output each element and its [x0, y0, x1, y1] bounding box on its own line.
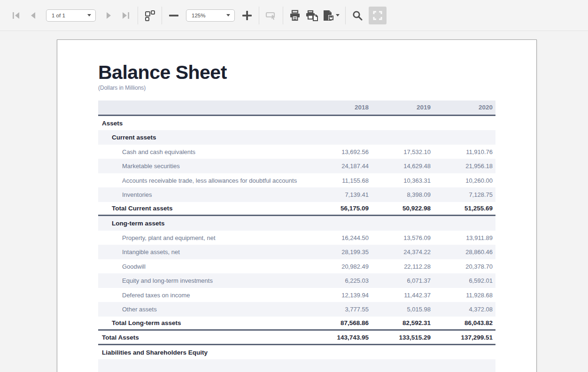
zoom-out-icon: [168, 10, 179, 21]
print-button[interactable]: [286, 7, 303, 24]
table-row: Intangible assets, net28,199.3524,374.22…: [98, 245, 495, 259]
row-label: Assets: [98, 120, 309, 127]
row-label: Total Assets: [98, 334, 309, 341]
row-value: 4,372.08: [433, 306, 495, 313]
table-row: Total Long-term assets87,568.8682,592.31…: [98, 317, 495, 331]
zoom-in-button[interactable]: [239, 7, 255, 24]
row-value: 7,128.75: [433, 191, 495, 198]
print-page-icon: [305, 9, 318, 22]
full-screen-button[interactable]: [369, 7, 387, 24]
last-page-button[interactable]: [117, 7, 134, 24]
row-value: 10,260.00: [433, 177, 495, 184]
row-value: 16,244.50: [309, 234, 371, 241]
page-number-combo[interactable]: 1 of 1: [46, 9, 96, 22]
table-row: [98, 359, 495, 372]
row-value: 5,015.98: [371, 306, 433, 313]
row-label: Other assets: [98, 306, 309, 313]
previous-page-icon: [28, 10, 38, 21]
print-icon: [289, 9, 301, 22]
table-row: Goodwill20,982.4922,112.2820,378.70: [98, 259, 495, 274]
zoom-level-combo[interactable]: 125%: [186, 9, 235, 22]
row-value: 11,910.76: [433, 148, 495, 155]
toolbar-separator: [138, 7, 138, 24]
table-row: Marketable securities24,187.4414,629.482…: [98, 159, 495, 173]
full-screen-icon: [372, 10, 383, 21]
row-value: 56,175.09: [309, 205, 371, 212]
print-page-button[interactable]: [303, 7, 320, 24]
toolbar-separator: [162, 7, 162, 24]
first-page-icon: [11, 10, 21, 21]
first-page-button[interactable]: [8, 7, 24, 24]
row-value: 28,199.35: [309, 248, 371, 256]
row-label: Property, plant and equipment, net: [98, 234, 309, 241]
table-row: Long-term assets: [98, 216, 495, 231]
table-header-row: 2018 2019 2020: [98, 101, 495, 116]
toolbar-separator: [283, 7, 283, 24]
column-header-2018: 2018: [309, 104, 371, 111]
table-row: Assets: [98, 116, 495, 131]
row-value: 137,299.51: [433, 334, 495, 341]
row-value: 24,187.44: [309, 163, 371, 170]
row-value: 6,225.03: [309, 277, 371, 284]
row-label: Equity and long-term investments: [98, 277, 309, 284]
row-label: Goodwill: [98, 263, 309, 270]
row-value: 8,398.09: [371, 191, 433, 198]
row-value: 11,442.37: [371, 292, 433, 299]
export-button[interactable]: [320, 7, 342, 24]
row-label: Inventories: [98, 191, 309, 198]
row-label: Defered taxes on income: [98, 292, 309, 299]
row-value: 21,956.18: [433, 163, 495, 170]
row-value: 6,071.37: [371, 277, 433, 284]
row-value: 24,374.22: [371, 248, 433, 256]
row-label: Liabilities and Shareholders Equity: [98, 349, 309, 356]
page-title: Balance Sheet: [98, 62, 495, 84]
balance-sheet-table: 2018 2019 2020 AssetsCurrent assetsCash …: [98, 101, 495, 372]
table-row: Accounts receivable trade, less allowanc…: [98, 173, 495, 188]
table-row: Current assets: [98, 130, 495, 145]
chevron-down-icon: [226, 14, 230, 16]
chevron-down-icon: [87, 14, 91, 16]
zoom-level-value: 125%: [192, 13, 223, 18]
table-row: Cash and cash equivalents13,692.5617,532…: [98, 145, 495, 159]
column-header-2020: 2020: [433, 104, 495, 111]
row-value: 82,592.31: [371, 319, 433, 326]
highlight-editing-fields-button: [263, 7, 279, 24]
zoom-in-icon: [241, 10, 253, 21]
zoom-out-button[interactable]: [165, 7, 182, 24]
row-value: 87,568.86: [309, 319, 371, 326]
row-label: Total Long-term assets: [98, 319, 309, 326]
search-button[interactable]: [349, 7, 366, 24]
row-value: 17,532.10: [371, 148, 433, 155]
row-value: 6,592.01: [433, 277, 495, 284]
table-row: Total Current assets56,175.0950,922.9851…: [98, 202, 495, 217]
page-number-value: 1 of 1: [52, 13, 84, 18]
table-row: Liabilities and Shareholders Equity: [98, 345, 495, 360]
search-icon: [351, 9, 364, 22]
row-value: 12,139.94: [309, 292, 371, 299]
row-value: 10,363.31: [371, 177, 433, 184]
row-label: Marketable securities: [98, 163, 309, 170]
multipage-view-button[interactable]: [141, 7, 158, 24]
row-label: Total Current assets: [98, 205, 309, 212]
row-value: 133,515.29: [371, 334, 433, 341]
table-row: Inventories7,139.418,398.097,128.75: [98, 187, 495, 202]
report-table-body: AssetsCurrent assetsCash and cash equiva…: [98, 116, 495, 372]
previous-page-button[interactable]: [24, 7, 41, 24]
row-value: 7,139.41: [309, 191, 371, 198]
table-row: Total Assets143,743.95133,515.29137,299.…: [98, 331, 495, 345]
last-page-icon: [121, 10, 131, 21]
row-value: 13,692.56: [309, 148, 371, 155]
multipage-view-icon: [144, 9, 156, 22]
next-page-icon: [104, 10, 114, 21]
table-row: Defered taxes on income12,139.9411,442.3…: [98, 288, 495, 302]
row-value: 20,378.70: [433, 263, 495, 270]
report-page: Balance Sheet (Dollars in Millions) 2018…: [57, 39, 537, 372]
row-value: 50,922.98: [371, 205, 433, 212]
table-row: Equity and long-term investments6,225.03…: [98, 273, 495, 288]
row-value: 20,982.49: [309, 263, 371, 270]
column-header-2019: 2019: [371, 104, 433, 111]
row-label: Current assets: [98, 134, 309, 141]
table-row: Property, plant and equipment, net16,244…: [98, 231, 495, 245]
toolbar-separator: [345, 7, 346, 24]
next-page-button[interactable]: [101, 7, 117, 24]
